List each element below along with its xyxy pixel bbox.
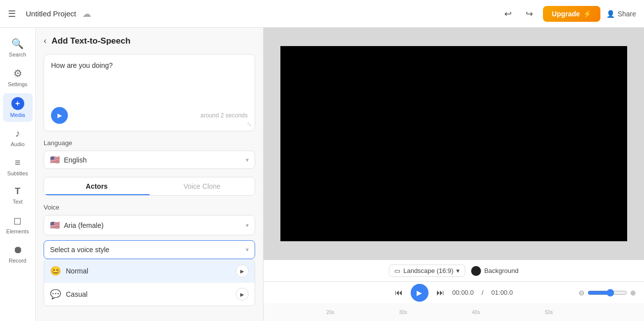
background-button[interactable]: Background: [471, 266, 518, 276]
sidebar-label-elements: Elements: [6, 228, 29, 234]
timeline-play-button[interactable]: ▶: [411, 284, 429, 302]
timeline-ruler: 20s 30s 40s 50s: [264, 303, 644, 321]
main-layout: 🔍 Search ⚙ Settings + Media ♪ Audio ≡ Su…: [0, 28, 644, 321]
search-icon: 🔍: [11, 38, 24, 50]
normal-emoji: 😊: [50, 266, 61, 276]
language-label: Language: [44, 139, 255, 147]
voice-value: Aria (female): [64, 221, 242, 229]
landscape-button[interactable]: ▭ Landscape (16:9) ▾: [389, 265, 465, 277]
zoom-in-icon[interactable]: ⊕: [630, 289, 636, 297]
voice-dropdown[interactable]: 🇺🇸 Aria (female) ▾: [44, 215, 255, 235]
media-icon: +: [11, 97, 24, 110]
background-color-circle: [471, 266, 481, 276]
sidebar-item-media[interactable]: + Media: [3, 93, 33, 122]
play-icon: ▶: [57, 112, 62, 119]
sidebar-item-audio[interactable]: ♪ Audio: [3, 124, 33, 151]
background-label: Background: [484, 267, 518, 274]
sidebar-label-subtitles: Subtitles: [7, 170, 28, 176]
undo-button[interactable]: ↩: [500, 6, 516, 21]
ruler-track: 20s 30s 40s 50s: [271, 303, 636, 321]
settings-icon: ⚙: [13, 67, 22, 79]
actor-tabs: Actors Voice Clone: [44, 177, 255, 196]
casual-label: Casual: [66, 290, 231, 298]
tts-panel: ‹ Add Text-to-Speech How are you doing? …: [36, 28, 264, 321]
voice-style-placeholder: Select a voice style: [50, 246, 242, 254]
voice-chevron-icon: ▾: [246, 222, 249, 229]
elements-icon: ◻: [13, 214, 22, 226]
ruler-mark-30s: 30s: [399, 310, 407, 315]
sidebar-label-search: Search: [9, 52, 26, 57]
left-sidebar: 🔍 Search ⚙ Settings + Media ♪ Audio ≡ Su…: [0, 28, 36, 321]
canvas-preview: [280, 46, 627, 241]
sidebar-label-media: Media: [10, 112, 25, 118]
sidebar-label-text: Text: [12, 199, 22, 205]
casual-play-button[interactable]: ▶: [236, 288, 249, 301]
voice-clone-tab[interactable]: Voice Clone: [150, 177, 255, 195]
upgrade-label: Upgrade: [552, 10, 580, 18]
sidebar-label-record: Record: [9, 258, 26, 264]
project-title: Untitled Project: [26, 9, 76, 18]
share-button[interactable]: 👤 Share: [606, 10, 636, 18]
rewind-button[interactable]: ⏮: [395, 288, 403, 297]
language-dropdown[interactable]: 🇺🇸 English ▾: [44, 151, 255, 169]
upgrade-icon: ⚡: [583, 10, 591, 18]
ruler-mark-40s: 40s: [472, 310, 480, 315]
timeline: ⏮ ▶ ⏭ 00:00.0 / 01:00.0 ⊖ ⊕ 20s 30s 40: [264, 281, 644, 321]
share-icon: 👤: [606, 10, 615, 18]
canvas-toolbar: ▭ Landscape (16:9) ▾ Background: [264, 260, 644, 281]
sidebar-item-search[interactable]: 🔍 Search: [3, 34, 33, 61]
language-chevron-icon: ▾: [246, 157, 249, 163]
voice-style-item-normal[interactable]: 😊 Normal ▶: [44, 260, 255, 283]
panel-title: Add Text-to-Speech: [52, 36, 130, 46]
language-value: English: [64, 156, 242, 164]
cloud-icon[interactable]: ☁: [82, 8, 91, 19]
text-area-box: How are you doing? ⤡ ▶ around 2 seconds: [44, 54, 255, 131]
text-icon: T: [15, 186, 20, 197]
sidebar-item-settings[interactable]: ⚙ Settings: [3, 63, 33, 91]
zoom-out-icon[interactable]: ⊖: [579, 289, 585, 297]
normal-label: Normal: [66, 267, 231, 275]
actors-tab[interactable]: Actors: [44, 177, 150, 195]
tts-textarea[interactable]: How are you doing?: [51, 61, 248, 101]
redo-button[interactable]: ↪: [522, 6, 537, 21]
landscape-icon: ▭: [394, 267, 400, 274]
ruler-mark-50s: 50s: [545, 310, 553, 315]
preview-play-button[interactable]: ▶: [51, 107, 68, 124]
sidebar-item-record[interactable]: ⏺ Record: [3, 240, 33, 268]
record-icon: ⏺: [13, 244, 23, 256]
language-flag: 🇺🇸: [50, 155, 60, 164]
canvas-area: ▭ Landscape (16:9) ▾ Background ⏮ ▶ ⏭ 00…: [264, 28, 644, 321]
landscape-label: Landscape (16:9): [403, 267, 453, 274]
canvas-viewport: [264, 28, 644, 260]
text-area-footer: ▶ around 2 seconds: [51, 107, 248, 124]
share-label: Share: [618, 10, 636, 18]
panel-back-button[interactable]: ‹: [44, 36, 47, 46]
voice-style-item-casual[interactable]: 💬 Casual ▶: [44, 283, 255, 306]
normal-play-button[interactable]: ▶: [236, 265, 249, 277]
landscape-chevron-icon: ▾: [456, 267, 460, 274]
sidebar-item-subtitles[interactable]: ≡ Subtitles: [3, 153, 33, 180]
audio-icon: ♪: [15, 128, 20, 139]
voice-style-list: 😊 Normal ▶ 💬 Casual ▶: [44, 259, 255, 306]
subtitles-icon: ≡: [15, 157, 21, 168]
casual-emoji: 💬: [50, 289, 61, 300]
sidebar-item-elements[interactable]: ◻ Elements: [3, 211, 33, 238]
ruler-mark-20s: 20s: [326, 310, 334, 315]
upgrade-button[interactable]: Upgrade ⚡: [543, 6, 600, 22]
resize-handle[interactable]: ⤡: [247, 121, 252, 128]
timeline-play-icon: ▶: [417, 289, 422, 297]
forward-button[interactable]: ⏭: [436, 288, 444, 297]
zoom-slider[interactable]: [588, 289, 627, 297]
timeline-zoom-controls: ⊖ ⊕: [579, 289, 636, 297]
menu-icon[interactable]: ☰: [8, 8, 16, 19]
voice-label: Voice: [44, 204, 255, 211]
sidebar-label-settings: Settings: [8, 81, 28, 87]
voice-style-dropdown[interactable]: Select a voice style ▾: [44, 240, 255, 259]
sidebar-item-text[interactable]: T Text: [3, 182, 33, 209]
panel-header: ‹ Add Text-to-Speech: [44, 36, 255, 46]
sidebar-label-audio: Audio: [10, 141, 24, 147]
topbar: ☰ Untitled Project ☁ ↩ ↪ Upgrade ⚡ 👤 Sha…: [0, 0, 644, 28]
time-separator: /: [482, 289, 483, 296]
timeline-controls: ⏮ ▶ ⏭ 00:00.0 / 01:00.0 ⊖ ⊕: [264, 282, 644, 303]
voice-flag: 🇺🇸: [50, 220, 60, 230]
